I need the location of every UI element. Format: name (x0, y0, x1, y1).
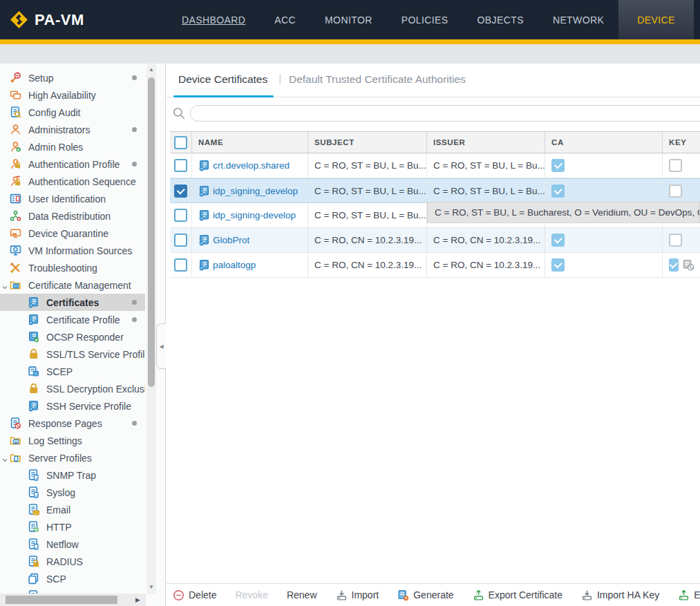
chevron-down-icon[interactable] (1, 455, 8, 462)
ca-checkbox[interactable] (551, 184, 565, 198)
nav-item-network[interactable]: NETWORK (538, 0, 618, 39)
sidebar-item-email[interactable]: Email (0, 501, 145, 518)
sidebar-collapse-handle[interactable]: ◀ (156, 323, 166, 369)
revoke-button[interactable]: Revoke (235, 589, 267, 600)
ca-checkbox[interactable] (551, 159, 565, 172)
sidebar-item-scp[interactable]: SCP (0, 570, 145, 587)
key-checkbox[interactable] (669, 234, 682, 247)
sidebar-item-ssl-tls-service-profile[interactable]: SSL/TLS Service Profile (0, 345, 145, 363)
scroll-down-icon[interactable]: ▼ (146, 583, 156, 592)
column-header-name[interactable]: NAME (192, 132, 308, 153)
sidebar-item-config-audit[interactable]: Config Audit (0, 104, 145, 121)
doc-lock-icon (28, 556, 41, 567)
sidebar-item-ssh-service-profile[interactable]: SSH Service Profile (0, 397, 145, 415)
nav-item-dashboard[interactable]: DASHBOARD (167, 0, 260, 39)
delete-button[interactable]: Delete (173, 589, 216, 601)
certificate-name-link[interactable]: idp_signing-develop (213, 210, 296, 220)
ca-checkbox[interactable] (551, 258, 565, 272)
certificate-icon (28, 314, 41, 325)
tab-device-certificates[interactable]: Device Certificates (178, 73, 267, 86)
row-checkbox[interactable] (174, 184, 187, 198)
sidebar-item-authentication-sequence[interactable]: Authentication Sequence (0, 173, 145, 190)
row-checkbox[interactable] (174, 209, 187, 222)
sidebar-item-device-quarantine[interactable]: Device Quarantine (0, 225, 145, 242)
sidebar-item-log-settings[interactable]: Log Settings (0, 432, 145, 449)
sidebar-item-http[interactable]: HTTP (0, 518, 145, 536)
nav-item-objects[interactable]: OBJECTS (463, 0, 538, 39)
sidebar-item-troubleshooting[interactable]: Troubleshooting (0, 259, 145, 276)
main-content: Device Certificates | Default Trusted Ce… (167, 64, 700, 606)
sidebar-item-data-redistribution[interactable]: Data Redistribution (0, 207, 145, 225)
column-header-key[interactable]: KEY (663, 132, 700, 153)
scrollbar-thumb[interactable] (148, 77, 155, 387)
sidebar-item-ocsp-responder[interactable]: OCSP Responder (0, 328, 145, 345)
status-dot (132, 421, 137, 426)
nav-item-monitor[interactable]: MONITOR (310, 0, 387, 39)
renew-button[interactable]: Renew (287, 589, 317, 600)
row-checkbox[interactable] (174, 258, 187, 272)
status-dot (132, 162, 137, 167)
key-checkbox[interactable] (669, 184, 682, 198)
sidebar-item-label: Admin Roles (28, 142, 83, 153)
sidebar-item-label: Device Quarantine (28, 228, 108, 239)
export-button[interactable]: Export (678, 589, 700, 601)
sidebar-item-vm-information-sources[interactable]: VM Information Sources (0, 242, 145, 259)
nav-item-policies[interactable]: POLICIES (387, 0, 463, 39)
sidebar-item-label: VM Information Sources (28, 245, 132, 256)
hscrollbar-thumb[interactable] (6, 596, 117, 604)
sidebar-item-authentication-profile[interactable]: Authentication Profile (0, 155, 145, 173)
row-checkbox[interactable] (174, 159, 187, 172)
sidebar-item-ssl-decryption-exclusion[interactable]: SSL Decryption Exclusion (0, 380, 145, 397)
sidebar-item-radius[interactable]: RADIUS (0, 553, 145, 570)
table-row-crt-develop-shared[interactable]: crt.develop.sharedC = RO, ST = BU, L = B… (170, 153, 700, 178)
table-row-paloaltogp[interactable]: paloaltogpC = RO, CN = 10.2.3.19...C = R… (170, 253, 700, 278)
nav-item-acc[interactable]: ACC (260, 0, 310, 39)
sidebar-item-syslog[interactable]: Syslog (0, 484, 145, 501)
scroll-up-icon[interactable]: ▲ (146, 65, 156, 75)
sidebar-item-user-identification[interactable]: User Identification (0, 190, 145, 207)
sidebar-item-certificate-management[interactable]: Certificate Management (0, 276, 145, 294)
select-all-checkbox[interactable] (174, 136, 187, 149)
sidebar-item-certificates[interactable]: Certificates (0, 294, 145, 311)
sidebar-item-certificate-profile[interactable]: Certificate Profile (0, 311, 145, 328)
column-header-issuer[interactable]: ISSUER (427, 132, 545, 153)
sidebar-item-admin-roles[interactable]: Admin Roles (0, 138, 145, 155)
key-checkbox[interactable] (669, 258, 679, 272)
ca-cell (545, 179, 663, 202)
generate-button[interactable]: Generate (397, 589, 453, 601)
sidebar-item-scep[interactable]: SCEP (0, 363, 145, 380)
key-cell (663, 153, 700, 178)
certificate-name-link[interactable]: crt.develop.shared (213, 160, 290, 171)
sidebar-item-server-profiles[interactable]: Server Profiles (0, 449, 145, 466)
sidebar-horizontal-scrollbar[interactable]: ▶ (0, 594, 146, 606)
sidebar-item-netflow[interactable]: Netflow (0, 536, 145, 553)
row-checkbox[interactable] (174, 234, 187, 247)
sidebar-item-high-availability[interactable]: High Availability (0, 86, 145, 104)
troubleshooting-icon (10, 262, 23, 274)
certificate-name-link[interactable]: paloaltogp (213, 260, 256, 270)
column-header-ca[interactable]: CA (545, 132, 663, 153)
export-certificate-button[interactable]: Export Certificate (473, 589, 562, 601)
name-cell: GlobProt (192, 228, 308, 252)
scroll-right-icon[interactable]: ▶ (135, 595, 140, 605)
sidebar-item-label: Syslog (46, 487, 75, 498)
column-header-subject[interactable]: SUBJECT (308, 132, 427, 153)
key-checkbox[interactable] (669, 159, 682, 172)
certificate-name-link[interactable]: GlobProt (213, 235, 249, 245)
table-row-idp-signing-develop[interactable]: idp_signing_developC = RO, ST = BU, L = … (170, 178, 700, 203)
search-input[interactable] (190, 105, 700, 122)
sidebar-item-label: SSL/TLS Service Profile (46, 349, 145, 360)
sidebar-vertical-scrollbar[interactable]: ▲ ▼ (146, 64, 156, 594)
ca-checkbox[interactable] (551, 234, 565, 247)
chevron-down-icon[interactable] (1, 282, 8, 289)
sidebar-item-setup[interactable]: Setup (0, 69, 145, 86)
sidebar-item-response-pages[interactable]: Response Pages (0, 415, 145, 432)
import-button[interactable]: Import (336, 589, 379, 601)
import-ha-key-button[interactable]: Import HA Key (581, 589, 659, 601)
certificate-name-link[interactable]: idp_signing_develop (213, 186, 298, 196)
tab-default-trusted-cas[interactable]: Default Trusted Certificate Authorities (289, 73, 466, 86)
sidebar-item-administrators[interactable]: Administrators (0, 121, 145, 138)
sidebar-item-snmp-trap[interactable]: SNMP Trap (0, 466, 145, 484)
table-row-globprot[interactable]: GlobProtC = RO, CN = 10.2.3.19...C = RO,… (170, 228, 700, 253)
nav-item-device[interactable]: DEVICE (618, 0, 694, 39)
